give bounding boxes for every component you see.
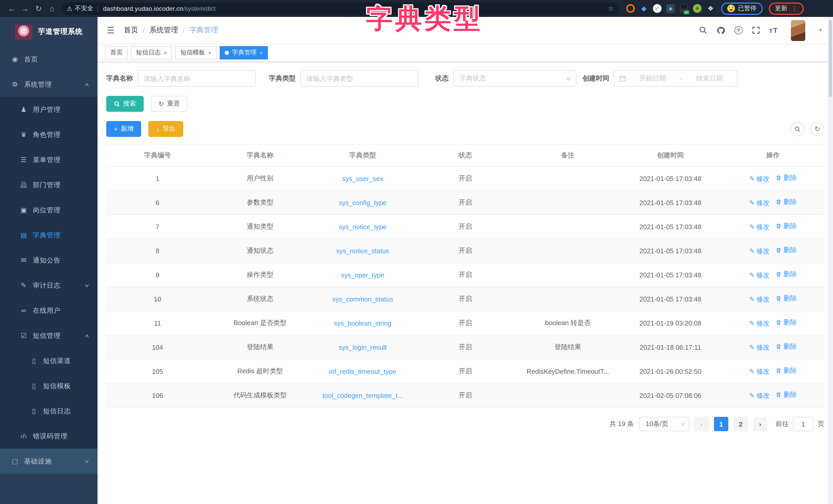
- sidebar-item-6[interactable]: ▣岗位管理: [0, 197, 97, 223]
- extension-icon[interactable]: [626, 4, 635, 13]
- refresh-table-button[interactable]: ↻: [810, 122, 824, 136]
- delete-link[interactable]: 删除: [776, 318, 797, 327]
- edit-link[interactable]: ✎修改: [749, 367, 770, 376]
- app-logo-row[interactable]: 芋道管理系统: [0, 17, 97, 47]
- address-bar[interactable]: ⚠ 不安全 dashboard.yudao.iocoder.cn/system/…: [62, 2, 619, 15]
- sidebar-item-1[interactable]: ⚙系统管理∧: [0, 72, 97, 97]
- back-icon[interactable]: ←: [5, 4, 19, 13]
- dict-type-input[interactable]: [300, 70, 418, 87]
- sidebar-item-8[interactable]: ✉通知公告: [0, 248, 97, 273]
- sidebar-item-5[interactable]: 品部门管理: [0, 172, 97, 197]
- sidebar-item-2[interactable]: ♟用户管理: [0, 97, 97, 122]
- edit-link[interactable]: ✎修改: [749, 271, 770, 280]
- sidebar-item-0[interactable]: ◉首页: [0, 47, 97, 72]
- sidebar-item-10[interactable]: ∞在线用户: [0, 298, 97, 323]
- delete-link[interactable]: 删除: [776, 222, 797, 231]
- dict-type-link[interactable]: sys_config_type: [339, 199, 386, 206]
- search-icon[interactable]: [698, 26, 708, 35]
- close-icon[interactable]: ×: [164, 49, 167, 56]
- add-button[interactable]: + 新增: [106, 121, 141, 137]
- sidebar-item-12[interactable]: ▯短信渠道: [0, 348, 97, 373]
- close-icon[interactable]: ×: [208, 49, 211, 56]
- edit-link[interactable]: ✎修改: [749, 343, 770, 352]
- extension-icon[interactable]: ◆: [640, 4, 648, 13]
- sidebar-item-14[interactable]: ▯短信日志: [0, 398, 97, 424]
- page-scrollbar[interactable]: [828, 17, 833, 504]
- extension-icon[interactable]: ⚘: [693, 4, 701, 13]
- sidebar-item-16[interactable]: ▢基础设施∨: [0, 449, 97, 474]
- edit-link[interactable]: ✎修改: [749, 223, 770, 232]
- sidebar-item-7[interactable]: ▤字典管理: [0, 223, 97, 248]
- date-start-placeholder[interactable]: 开始日期: [630, 74, 675, 83]
- browser-menu-icon[interactable]: ⋮: [791, 5, 798, 12]
- page-button-1[interactable]: 1: [714, 417, 728, 431]
- date-end-placeholder[interactable]: 结束日期: [687, 74, 732, 83]
- status-select[interactable]: 字典状态 ∨: [453, 70, 576, 87]
- extension-icon[interactable]: ◆: [666, 4, 675, 13]
- delete-link[interactable]: 删除: [776, 198, 797, 207]
- update-button[interactable]: 更新 ⋮: [769, 2, 804, 15]
- edit-link[interactable]: ✎修改: [749, 247, 770, 256]
- edit-link[interactable]: ✎修改: [749, 174, 770, 183]
- tab-0[interactable]: 首页: [105, 46, 128, 59]
- tab-3[interactable]: 字典管理×: [220, 46, 268, 59]
- search-button[interactable]: 搜索: [106, 96, 144, 112]
- dict-type-link[interactable]: sys_user_sex: [342, 175, 383, 182]
- delete-link[interactable]: 删除: [776, 390, 797, 400]
- profile-paused-chip[interactable]: 已暂停: [721, 2, 763, 15]
- next-page-button[interactable]: ›: [753, 417, 767, 431]
- dict-type-link[interactable]: sys_common_status: [332, 295, 393, 303]
- github-icon[interactable]: [716, 26, 725, 35]
- dict-type-link[interactable]: sys_oper_type: [341, 271, 384, 279]
- tab-2[interactable]: 短信模板×: [175, 46, 217, 59]
- user-avatar[interactable]: [791, 20, 805, 41]
- edit-link[interactable]: ✎修改: [749, 198, 770, 208]
- delete-link[interactable]: 删除: [776, 294, 797, 303]
- page-button-2[interactable]: 2: [733, 417, 748, 431]
- breadcrumb-item[interactable]: 系统管理: [149, 26, 178, 35]
- dict-type-link[interactable]: sys_notice_type: [339, 223, 386, 230]
- show-search-button[interactable]: [790, 122, 804, 136]
- dict-type-link[interactable]: tool_codegen_template_t...: [322, 392, 403, 399]
- sidebar-item-3[interactable]: ♛角色管理: [0, 122, 97, 147]
- reload-icon[interactable]: ↻: [32, 4, 45, 13]
- sidebar-item-11[interactable]: ☑短信管理∧: [0, 323, 97, 348]
- delete-link[interactable]: 删除: [776, 342, 797, 351]
- scrollbar-thumb[interactable]: [829, 20, 832, 97]
- date-range-picker[interactable]: 开始日期 ~ 结束日期: [614, 70, 738, 87]
- home-icon[interactable]: ⌂: [45, 4, 58, 13]
- export-button[interactable]: ↓ 导出: [149, 121, 183, 137]
- close-icon[interactable]: ×: [260, 49, 263, 56]
- prev-page-button[interactable]: ‹: [694, 417, 709, 431]
- goto-page-input[interactable]: [793, 417, 813, 431]
- delete-link[interactable]: 删除: [776, 174, 797, 183]
- avatar-caret-icon[interactable]: ▼: [818, 28, 823, 33]
- delete-link[interactable]: 删除: [776, 366, 797, 376]
- security-label[interactable]: 不安全: [75, 4, 93, 13]
- help-icon[interactable]: ?: [734, 26, 742, 34]
- tab-1[interactable]: 短信日志×: [131, 46, 172, 59]
- hamburger-icon[interactable]: ☰: [107, 25, 115, 35]
- url-host[interactable]: dashboard.yudao.iocoder.cn: [103, 5, 183, 12]
- fullscreen-icon[interactable]: [751, 26, 760, 35]
- dict-type-link[interactable]: inf_redis_timeout_type: [329, 368, 396, 375]
- delete-link[interactable]: 删除: [776, 270, 797, 279]
- sidebar-item-13[interactable]: ▯短信模板: [0, 373, 97, 398]
- dict-type-link[interactable]: sys_boolean_string: [334, 319, 391, 327]
- forward-icon[interactable]: →: [19, 4, 32, 13]
- url-path[interactable]: /system/dict: [183, 5, 216, 12]
- sidebar-item-4[interactable]: ☰菜单管理: [0, 147, 97, 172]
- font-size-icon[interactable]: тT: [769, 26, 778, 34]
- dict-type-link[interactable]: sys_login_result: [339, 343, 386, 351]
- dict-type-link[interactable]: sys_notice_status: [336, 247, 389, 255]
- delete-link[interactable]: 删除: [776, 246, 797, 255]
- extensions-puzzle-icon[interactable]: ❖: [706, 4, 715, 13]
- edit-link[interactable]: ✎修改: [749, 391, 770, 400]
- dict-name-input[interactable]: [138, 70, 256, 87]
- extension-icon[interactable]: [653, 4, 662, 13]
- edit-link[interactable]: ✎修改: [749, 319, 770, 328]
- bookmark-star-icon[interactable]: ☆: [608, 5, 614, 12]
- sidebar-item-9[interactable]: ✎审计日志∨: [0, 273, 97, 298]
- breadcrumb-item[interactable]: 首页: [124, 26, 138, 35]
- edit-link[interactable]: ✎修改: [749, 295, 770, 304]
